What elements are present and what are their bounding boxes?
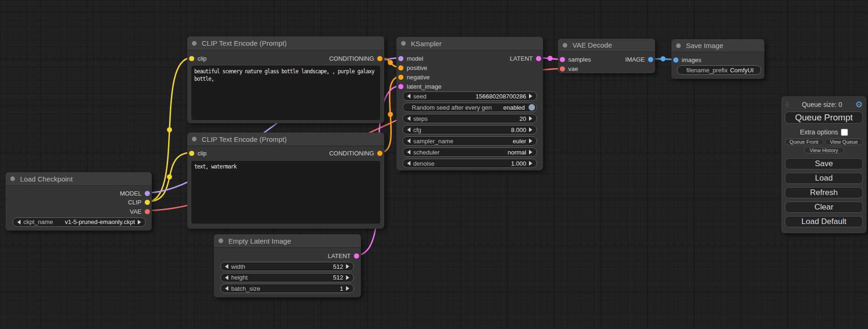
node-title-bar[interactable]: Load Checkpoint [6,172,152,186]
node-title: KSampler [411,40,442,48]
node-title-bar[interactable]: VAE Decode [558,39,655,52]
link-midpoint-dot [548,56,553,61]
comfyui-canvas[interactable]: { "colors": { "model": "#b49aed", "clip"… [0,0,868,329]
decrement-arrow-icon[interactable] [225,264,228,269]
output-dot-clip[interactable] [145,200,150,205]
output-dot-vae[interactable] [145,209,150,214]
input-dot-clip[interactable] [189,56,194,61]
collapse-dot-icon[interactable] [676,43,681,48]
extra-options-checkbox[interactable] [841,129,848,136]
toggle-dot[interactable] [529,104,535,111]
widget-label: filename_prefix [686,67,727,74]
decrement-arrow-icon[interactable] [407,116,410,121]
output-dot-model[interactable] [145,191,150,196]
widget-label: Random seed after every gen [412,104,492,111]
output-dot-conditioning[interactable] [377,56,382,61]
decrement-arrow-icon[interactable] [407,161,410,166]
collapse-dot-icon[interactable] [10,176,15,181]
sampler-name-widget[interactable]: sampler_name euler [402,136,537,146]
input-dot-latent-image[interactable] [398,84,403,89]
prompt-textarea[interactable]: text, watermark [191,161,380,224]
increment-arrow-icon[interactable] [529,116,532,121]
scheduler-widget[interactable]: scheduler normal [402,147,537,157]
collapse-dot-icon[interactable] [401,41,406,46]
steps-widget[interactable]: steps 20 [402,114,537,123]
decrement-arrow-icon[interactable] [225,286,228,291]
widget-label: batch_size [231,285,260,292]
widget-label: ckpt_name [23,218,53,225]
refresh-button[interactable]: Refresh [785,187,863,198]
decrement-arrow-icon[interactable] [225,275,228,280]
prompt-textarea[interactable]: beautiful scenery nature glass bottle la… [191,66,380,120]
output-dot-image[interactable] [648,57,653,62]
input-dot-images[interactable] [673,57,678,63]
input-dot-model[interactable] [398,56,403,61]
input-dot-clip[interactable] [189,151,194,156]
cfg-widget[interactable]: cfg 8.000 [402,125,537,134]
settings-gear-icon[interactable]: ⚙ [855,100,863,109]
queue-front-button[interactable]: Queue Front [785,139,823,145]
increment-arrow-icon[interactable] [529,161,532,166]
denoise-widget[interactable]: denoise 1.000 [402,159,537,168]
queue-prompt-button[interactable]: Queue Prompt [785,112,863,124]
input-dot-samples[interactable] [560,57,565,62]
output-dot-latent[interactable] [354,253,359,259]
widget-value: 512 [333,274,343,281]
input-dot-negative[interactable] [398,75,403,80]
node-save-image[interactable]: Save Image images filename_prefix ComfyU… [671,39,764,79]
collapse-dot-icon[interactable] [219,238,223,243]
node-title-bar[interactable]: CLIP Text Encode (Prompt) [187,36,384,50]
output-dot-conditioning[interactable] [377,151,382,156]
increment-arrow-icon[interactable] [529,127,532,132]
collapse-dot-icon[interactable] [192,137,197,141]
node-ksampler[interactable]: KSampler model LATENT positive negative [396,37,543,170]
node-vae-decode[interactable]: VAE Decode samples IMAGE vae [558,39,655,73]
node-title-bar[interactable]: KSampler [396,37,543,50]
node-title-bar[interactable]: Save Image [671,39,764,52]
height-widget[interactable]: height 512 [220,273,354,282]
load-button[interactable]: Load [785,173,863,184]
clear-button[interactable]: Clear [785,202,863,213]
node-title-bar[interactable]: Empty Latent Image [214,234,361,248]
node-clip-text-encode-positive[interactable]: CLIP Text Encode (Prompt) clip CONDITION… [187,36,384,123]
increment-arrow-icon[interactable] [529,150,532,154]
node-empty-latent-image[interactable]: Empty Latent Image LATENT width 512 heig… [214,234,361,297]
increment-arrow-icon[interactable] [346,275,349,280]
input-dot-vae[interactable] [560,66,565,71]
node-load-checkpoint[interactable]: Load Checkpoint MODEL CLIP VAE ckpt_name… [6,172,152,231]
node-title-bar[interactable]: CLIP Text Encode (Prompt) [187,133,384,146]
filename-prefix-widget[interactable]: filename_prefix ComfyUI [677,65,761,75]
decrement-arrow-icon[interactable] [407,94,410,98]
input-label-model: model [407,55,423,62]
view-history-button[interactable]: View History [804,147,844,154]
queue-menu-panel: Queue size: 0 ⚙ Queue Prompt Extra optio… [781,96,867,233]
widget-label: steps [413,115,428,122]
decrement-arrow-icon[interactable] [407,150,410,154]
batch-size-widget[interactable]: batch_size 1 [220,284,354,293]
node-title: Save Image [686,42,723,49]
increment-arrow-icon[interactable] [138,220,141,224]
node-title: CLIP Text Encode (Prompt) [202,39,287,47]
width-widget[interactable]: width 512 [220,262,354,271]
seed-widget[interactable]: seed 156680208700286 [402,91,537,101]
ckpt-name-widget[interactable]: ckpt_name v1-5-pruned-emaonly.ckpt [13,217,146,227]
collapse-dot-icon[interactable] [192,41,197,46]
random-seed-widget[interactable]: Random seed after every gen enabled [402,103,537,112]
increment-arrow-icon[interactable] [346,286,349,291]
decrement-arrow-icon[interactable] [407,127,410,132]
load-default-button[interactable]: Load Default [785,216,863,227]
widget-label: sampler_name [413,138,453,145]
link-midpoint-dot [167,175,172,180]
increment-arrow-icon[interactable] [529,94,532,98]
increment-arrow-icon[interactable] [346,264,349,269]
decrement-arrow-icon[interactable] [407,139,410,143]
save-button[interactable]: Save [785,158,863,169]
widget-label: width [231,263,245,270]
collapse-dot-icon[interactable] [563,43,567,48]
increment-arrow-icon[interactable] [529,139,532,143]
output-dot-latent[interactable] [536,56,541,61]
node-clip-text-encode-negative[interactable]: CLIP Text Encode (Prompt) clip CONDITION… [187,133,384,229]
view-queue-button[interactable]: View Queue [825,139,863,145]
decrement-arrow-icon[interactable] [17,220,21,224]
input-dot-positive[interactable] [398,65,403,70]
